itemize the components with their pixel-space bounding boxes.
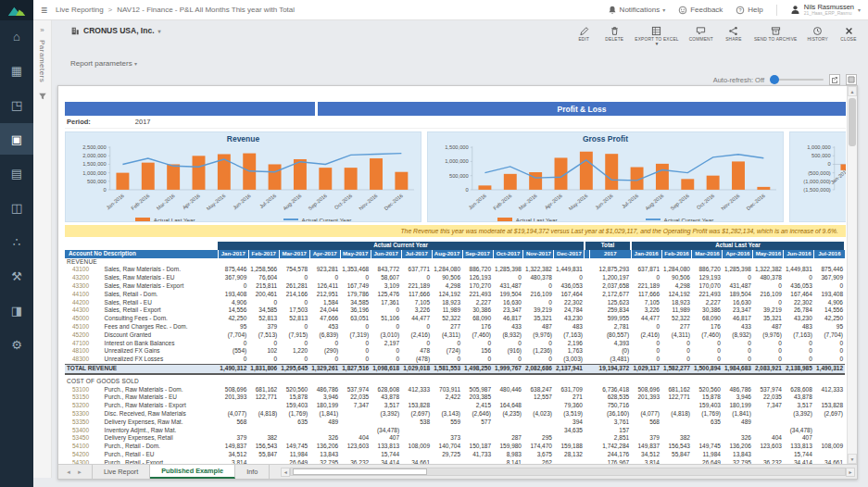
table-row[interactable]: 53150Purch., Raw Materials - EU201,39312… [65,393,845,402]
column-header[interactable]: Feb-2016 [661,250,692,258]
account-desc-cell: Purch., Retail - EU [103,451,219,459]
table-row[interactable]: 54100Purch., Retail - Dom.149,837156,543… [65,443,845,451]
report-table-container[interactable]: Actual Current YearTotalActual Last Year… [65,242,846,464]
account-column-header[interactable]: Account No Description [65,250,218,258]
grid-view-button[interactable] [846,74,857,85]
table-row[interactable]: 43300Sales, Raw Materials - Export0215,8… [65,282,845,291]
column-header[interactable]: 2017 [590,250,632,258]
table-row[interactable]: 47100Interest on Bank Balances000002,197… [65,340,845,348]
sidebar-item-archive[interactable]: ◨ [0,294,33,326]
autorefresh-slider[interactable] [770,79,824,81]
table-row[interactable]: 53450Delivery Expenses, Retail3793823264… [65,434,845,443]
tab-scroll-left-icon[interactable]: ◄ [66,469,71,475]
table-row[interactable]: 43100Sales, Raw Materials - Dom.875,4461… [65,266,845,274]
sidebar-item-documents-user[interactable]: ◫ [0,192,33,223]
report-parameters-toggle[interactable]: Report parameters ▾ [70,59,137,68]
value-cell: 0 [753,347,784,356]
sidebar-item-modules[interactable]: ▦ [0,55,33,86]
sidebar-item-hierarchy[interactable]: ∴ [0,226,33,257]
breadcrumb-root[interactable]: Live Reporting [56,6,104,14]
horizontal-scroll-track[interactable] [290,468,846,476]
company-selector[interactable]: CRONUS USA, Inc. ▾ [70,26,161,35]
help-button[interactable]: ? Help [736,6,762,15]
share-button[interactable]: SHARE [723,26,744,45]
value-cell: 156,543 [248,443,279,451]
comment-button[interactable]: COMMENT [689,26,713,45]
table-row[interactable]: 45000Consulting Fees - Dom.42,25052,8135… [65,315,845,323]
table-row[interactable]: 53350Delivery Expenses, Raw Mat.56863548… [65,418,845,427]
table-row[interactable]: 44300Sales, Retail - Export14,55634,5851… [65,306,845,315]
expand-panel-icon[interactable]: » [40,26,44,34]
column-header[interactable]: Jun-2017 [371,250,401,258]
column-header[interactable]: Aug-2017 [432,250,462,258]
column-header[interactable]: May-2016 [753,250,784,258]
history-button[interactable]: HISTORY [807,26,828,45]
table-row[interactable]: 54200Purch., Retail - EU34,51255,84711,9… [65,451,845,459]
column-header[interactable]: Oct-2017 [493,250,523,258]
horizontal-scrollbar[interactable]: ◄ ► [281,468,855,476]
table-row[interactable]: 48100Unrealized FX Gains(554)1021,220(29… [65,347,845,356]
close-button[interactable]: CLOSE [838,26,859,45]
edit-button[interactable]: EDIT [573,26,594,45]
column-header[interactable]: May-2017 [340,250,371,258]
column-header[interactable]: Apr-2017 [309,250,340,258]
vertical-scrollbar[interactable]: ▲ ▼ [847,86,857,464]
table-row[interactable]: 53300Disc. Received, Raw Materials(4,077… [65,410,845,418]
scroll-down-button[interactable]: ▼ [848,454,857,464]
value-cell: 34,635 [554,427,585,435]
column-header[interactable]: Nov-2017 [523,250,554,258]
open-new-window-button[interactable] [829,74,840,85]
send-archive-button[interactable]: SEND TO ARCHIVE [754,26,798,45]
column-header[interactable]: Feb-2017 [248,250,279,258]
notifications-button[interactable]: Notifications ▾ [608,6,666,15]
table-row[interactable]: 53200Purch., Raw Materials - Export159,4… [65,402,845,410]
parameters-panel-collapsed[interactable]: » Parameters [33,20,52,478]
table-row[interactable]: 45100Fees and Charges Rec. - Dom.9537904… [65,323,845,331]
export-excel-button[interactable]: EXPORT TO EXCEL▼ [635,26,678,45]
scroll-left-button[interactable]: ◄ [281,468,290,477]
column-header[interactable]: Jul-2016 [814,250,845,258]
sheet-tab-published-example[interactable]: Published Example [150,465,235,479]
table-row[interactable]: 45200Discount Granted(7,704)(7,513)(7,91… [65,331,845,340]
user-menu[interactable]: Nils Rasmussen 21_Haas_ERP_Rasmu ▾ [790,4,861,17]
column-header[interactable]: Dec-2017 [554,250,585,258]
menu-icon[interactable]: ≡ [41,4,47,17]
scroll-up-button[interactable]: ▲ [848,86,857,96]
sheet-tab-live-report[interactable]: Live Report [92,465,150,479]
value-cell: 0 [814,347,845,356]
table-row[interactable]: 43200Sales, Raw Materials - EU367,90976,… [65,274,845,282]
column-header[interactable]: Mar-2017 [279,250,309,258]
scroll-right-button[interactable]: ► [846,468,855,477]
column-header[interactable]: Mar-2016 [692,250,723,258]
slider-knob[interactable] [770,75,779,84]
table-row[interactable]: 53100Purch., Raw Materials - Dom.508,696… [65,386,845,394]
app-logo[interactable] [0,0,33,20]
table-row[interactable]: 44100Sales, Retail - Dom.193,408200,4612… [65,291,845,299]
table-row[interactable]: 44200Sales, Retail - EU4,906001,58434,58… [65,299,845,307]
sidebar-item-tools[interactable]: ⚒ [0,260,33,292]
sidebar: ⌂▦◳▣▤◫∴⚒◨⚙ [0,20,33,487]
sidebar-item-home[interactable]: ⌂ [0,20,33,52]
sidebar-item-spreadsheet[interactable]: ▤ [0,157,33,189]
vertical-scroll-thumb[interactable] [849,98,856,146]
comment-icon [696,26,706,36]
sidebar-item-report[interactable]: ▣ [0,123,33,155]
value-cell: 15,744 [371,451,401,459]
sidebar-item-tag[interactable]: ◳ [0,89,33,120]
table-row[interactable]: 48300Unrealized FX Losses000000(478)0000… [65,356,845,364]
column-header[interactable]: Apr-2016 [723,250,753,258]
table-row[interactable]: 53400Inventory Adjmt., Raw Mat.(34,478)3… [65,427,845,435]
column-header[interactable]: Jun-2016 [784,250,814,258]
tab-scroll-right-icon[interactable]: ► [77,469,82,475]
page-title: NAV12 - Finance - P&L All Months This ye… [117,6,295,14]
horizontal-scroll-thumb[interactable] [293,468,427,475]
column-header[interactable]: Jul-2017 [401,250,432,258]
column-header[interactable]: Jan-2017 [218,250,248,258]
column-header[interactable]: Jan-2016 [631,250,661,258]
sheet-tab-info[interactable]: Info [235,465,270,479]
sidebar-item-settings[interactable]: ⚙ [0,329,33,360]
column-header[interactable]: Sep-2017 [462,250,493,258]
value-cell: (478) [401,356,432,364]
delete-button[interactable]: DELETE [604,26,624,45]
feedback-button[interactable]: Feedback [678,6,723,15]
